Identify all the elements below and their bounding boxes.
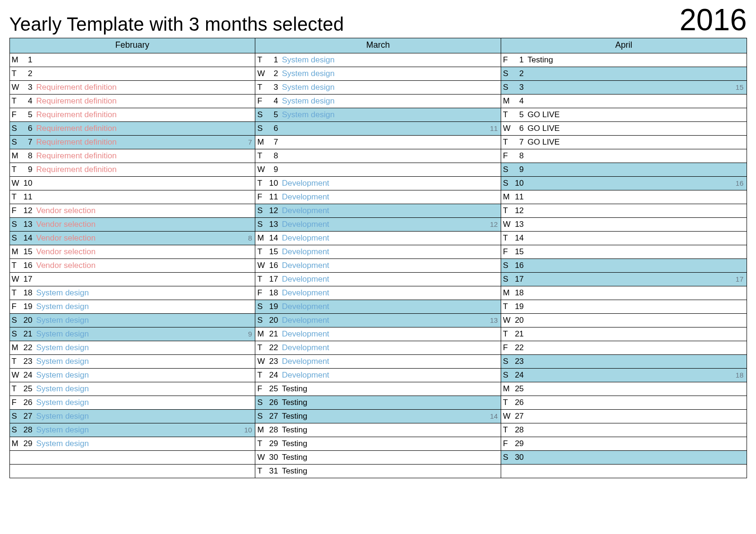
month-header: February <box>9 38 255 53</box>
task-label: Requirement definition <box>36 149 252 163</box>
day-cell-inner: M7 <box>255 136 501 149</box>
day-cell: S27System design <box>9 410 255 423</box>
month-header: April <box>501 38 747 53</box>
day-cell: S6Requirement definition <box>9 122 255 136</box>
day-number: 23 <box>513 355 528 368</box>
day-number: 6 <box>513 122 528 135</box>
day-cell: W17 <box>9 273 255 286</box>
day-cell: F11Development <box>255 190 501 204</box>
day-cell-inner: S6Requirement definition <box>10 122 255 135</box>
day-cell-inner: T12 <box>501 204 747 217</box>
day-cell: F29 <box>501 437 747 451</box>
day-number: 18 <box>513 286 528 300</box>
day-of-week: S <box>503 355 513 368</box>
day-cell-inner: T16Vendor selection <box>10 259 255 272</box>
day-cell: F18Development <box>255 286 501 300</box>
day-cell-inner: S1016 <box>501 177 747 190</box>
day-of-week: S <box>257 122 267 135</box>
day-cell-inner: W30Testing <box>255 451 501 464</box>
task-label: System design <box>282 53 498 67</box>
day-of-week: W <box>257 451 267 464</box>
day-cell: S7Requirement definition7 <box>9 136 255 149</box>
day-cell: S1717 <box>501 273 747 286</box>
day-cell: M28Testing <box>255 423 501 437</box>
week-number: 9 <box>248 327 252 341</box>
day-number: 16 <box>21 259 36 272</box>
task-label: Vendor selection <box>36 204 252 217</box>
day-cell-inner <box>501 465 747 478</box>
day-number: 14 <box>513 232 528 245</box>
day-of-week: S <box>503 67 513 80</box>
day-cell-inner: T15Development <box>255 245 501 258</box>
day-cell-inner: T28 <box>501 423 747 437</box>
calendar-row: F5Requirement definitionS5System designT… <box>9 108 747 122</box>
day-cell-inner: S23 <box>501 355 747 368</box>
day-cell: F8 <box>501 149 747 163</box>
day-of-week: T <box>503 108 513 121</box>
day-number: 25 <box>21 382 36 396</box>
day-cell: M25 <box>501 382 747 396</box>
day-cell-inner: T23System design <box>10 355 255 368</box>
day-of-week: T <box>503 423 513 437</box>
day-cell-inner: M11 <box>501 190 747 204</box>
day-of-week: S <box>12 327 21 341</box>
day-number: 17 <box>267 273 282 286</box>
day-number: 13 <box>267 218 282 231</box>
week-number: 11 <box>490 122 498 135</box>
day-cell-inner: W6GO LIVE <box>501 122 747 135</box>
day-number: 21 <box>21 327 36 341</box>
day-number: 13 <box>513 218 528 231</box>
day-number: 13 <box>21 218 36 231</box>
day-cell-inner: S315 <box>501 81 747 94</box>
day-cell: M4 <box>501 95 747 108</box>
day-number: 26 <box>21 396 36 409</box>
task-label: System design <box>36 396 252 409</box>
day-number: 24 <box>267 369 282 382</box>
day-cell-inner: W10 <box>10 177 255 190</box>
day-number: 14 <box>21 232 36 245</box>
day-of-week: T <box>12 286 21 300</box>
task-label: Testing <box>282 437 498 450</box>
day-cell-inner: T8 <box>255 149 501 163</box>
day-cell: S9 <box>501 163 747 177</box>
day-cell-inner: S27System design <box>10 410 255 423</box>
day-of-week: W <box>503 122 513 135</box>
day-cell-inner: S7Requirement definition7 <box>10 136 255 149</box>
day-of-week: F <box>12 396 21 409</box>
calendar-row: T18System designF18DevelopmentM18 <box>9 286 747 300</box>
calendar-row: T11F11DevelopmentM11 <box>9 190 747 204</box>
day-cell: T29Testing <box>255 437 501 451</box>
day-number: 17 <box>21 273 36 286</box>
page-title: Yearly Template with 3 months selected <box>9 14 344 35</box>
calendar-row: S20System designS20Development13W20 <box>9 314 747 327</box>
day-cell: W9 <box>255 163 501 177</box>
day-cell: F22 <box>501 341 747 355</box>
calendar-row: M1T1System designF1Testing <box>9 53 747 67</box>
month-header: March <box>255 38 501 53</box>
day-of-week: M <box>12 245 21 258</box>
day-number: 21 <box>267 327 282 341</box>
day-cell: W27 <box>501 410 747 423</box>
task-label: System design <box>36 423 252 437</box>
day-cell-inner: F4System design <box>255 95 501 108</box>
calendar-row: T4Requirement definitionF4System designM… <box>9 95 747 108</box>
day-cell: T18System design <box>9 286 255 300</box>
day-cell-inner: S13Vendor selection <box>10 218 255 231</box>
task-label: Development <box>282 204 498 217</box>
day-cell: T10Development <box>255 177 501 190</box>
day-of-week: M <box>257 327 267 341</box>
day-cell-inner: M21Development <box>255 327 501 341</box>
calendar-row: T31Testing <box>9 465 747 478</box>
day-cell: T7GO LIVE <box>501 136 747 149</box>
day-number: 7 <box>21 136 36 149</box>
day-number: 19 <box>513 300 528 313</box>
task-label: Requirement definition <box>36 108 252 121</box>
day-cell-inner: T11 <box>10 190 255 204</box>
day-number: 23 <box>21 355 36 368</box>
day-cell-inner: M8Requirement definition <box>10 149 255 163</box>
day-number: 7 <box>267 136 282 149</box>
day-number: 27 <box>21 410 36 423</box>
day-cell: M22System design <box>9 341 255 355</box>
day-number: 27 <box>513 410 528 423</box>
day-cell: T24Development <box>255 369 501 382</box>
